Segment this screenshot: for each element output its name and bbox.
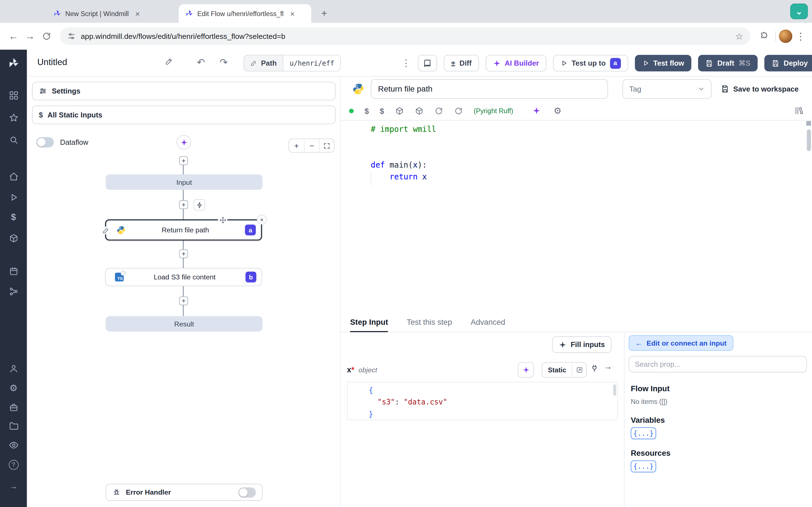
flow-ai-button[interactable] xyxy=(176,135,191,149)
fit-view-button[interactable] xyxy=(319,139,334,152)
fill-inputs-button[interactable]: Fill inputs xyxy=(552,336,612,353)
sidebar-item-flows[interactable] xyxy=(6,284,20,298)
trigger-button[interactable] xyxy=(194,199,205,210)
editor-settings-button[interactable]: ⚙ xyxy=(554,105,562,116)
tab-test-this-step[interactable]: Test this step xyxy=(407,312,452,332)
ai-builder-button[interactable]: AI Builder xyxy=(486,55,546,71)
prop-search-input[interactable] xyxy=(629,356,807,373)
test-up-to-button[interactable]: Test up to a xyxy=(553,55,628,71)
add-variable-button[interactable]: $ xyxy=(364,106,369,115)
undo-button[interactable]: ↶ xyxy=(197,56,205,68)
sidebar-item-runs[interactable] xyxy=(6,190,20,204)
all-static-inputs-button[interactable]: $ All Static Inputs xyxy=(32,106,336,124)
sidebar-item-search[interactable] xyxy=(6,132,20,147)
sidebar-item-schedules[interactable] xyxy=(6,264,20,278)
json-scrollbar[interactable] xyxy=(613,385,616,396)
folder-icon xyxy=(8,421,18,431)
edit-title-button[interactable] xyxy=(165,57,173,66)
library-icon[interactable] xyxy=(795,106,804,115)
forward-button[interactable]: → xyxy=(22,28,38,45)
sidebar-item-home[interactable] xyxy=(6,169,20,184)
path-edit-segment[interactable]: Path xyxy=(244,55,283,71)
search-icon xyxy=(8,135,18,145)
json-arg-editor[interactable]: { "s3": "data.csv"} xyxy=(347,382,618,420)
tab-advanced[interactable]: Advanced xyxy=(470,312,505,332)
sidebar-item-users[interactable] xyxy=(6,361,20,376)
tag-select[interactable]: Tag xyxy=(622,79,712,99)
back-button[interactable]: ← xyxy=(5,28,22,45)
expand-arg-button[interactable]: → xyxy=(604,362,612,372)
reload-button[interactable] xyxy=(38,28,55,45)
tab-close-icon[interactable]: × xyxy=(288,9,297,18)
profile-avatar[interactable] xyxy=(779,30,792,43)
browser-extension-chevron-button[interactable]: ⌄ xyxy=(790,4,808,19)
flow-result-node[interactable]: Result xyxy=(106,316,263,332)
path-control[interactable]: Path u/henri/eff xyxy=(243,55,341,71)
site-settings-icon[interactable] xyxy=(67,32,75,40)
browser-tab-2[interactable]: Edit Flow u/henri/effortless_fl × xyxy=(179,4,311,23)
dataflow-toggle[interactable] xyxy=(36,137,54,148)
step-node-a[interactable]: Return file path a xyxy=(105,219,262,240)
save-to-workspace-button[interactable]: Save to workspace xyxy=(721,85,799,93)
code-editor[interactable]: # import wmilldef main(x): return x xyxy=(341,120,812,313)
sidebar-item-folders[interactable] xyxy=(6,418,20,433)
sidebar-item-apps[interactable] xyxy=(6,88,20,102)
add-resource-button[interactable]: $ xyxy=(380,106,384,115)
sidebar-collapse-button[interactable]: → xyxy=(6,479,20,494)
editor-scrollbar[interactable] xyxy=(807,122,811,311)
flow-settings-button[interactable]: Settings xyxy=(32,82,336,100)
s3-badge-icon xyxy=(121,271,126,276)
refresh-icon[interactable] xyxy=(434,106,443,115)
test-flow-button[interactable]: Test flow xyxy=(635,55,691,71)
reset-icon[interactable] xyxy=(454,106,463,115)
connect-input-button[interactable] xyxy=(591,364,599,372)
deploy-button[interactable]: Deploy xyxy=(764,55,812,71)
sidebar-item-audit-logs[interactable] xyxy=(6,438,20,452)
zoom-in-button[interactable]: + xyxy=(289,139,304,152)
sidebar-item-favorites[interactable] xyxy=(6,110,20,124)
expression-mode-button[interactable] xyxy=(572,363,587,377)
package-icon[interactable] xyxy=(395,106,404,115)
sidebar-item-settings[interactable]: ⚙ xyxy=(6,381,20,395)
add-step-button[interactable]: + xyxy=(179,200,188,209)
sidebar-item-variables[interactable]: $ xyxy=(6,210,20,224)
new-tab-button[interactable]: + xyxy=(317,6,331,20)
add-step-button[interactable]: + xyxy=(179,249,188,258)
sidebar-item-resources[interactable] xyxy=(6,231,20,245)
sidebar-item-help[interactable]: ? xyxy=(6,457,20,472)
error-handler-toggle[interactable] xyxy=(238,487,256,497)
variables-braces-button[interactable]: {...} xyxy=(631,427,656,439)
lint-status[interactable]: (Pyright Ruff) xyxy=(474,107,513,115)
step-node-b[interactable]: TS Load S3 file content b xyxy=(105,268,262,286)
diff-button[interactable]: ± Diff xyxy=(444,55,479,71)
windmill-logo[interactable] xyxy=(6,56,20,70)
add-step-button[interactable]: + xyxy=(179,296,188,305)
browser-tab-1[interactable]: New Script | Windmill × xyxy=(47,4,176,23)
more-options-button[interactable]: ⋮ xyxy=(401,57,411,69)
add-step-button[interactable]: + xyxy=(179,156,188,165)
step-name-input[interactable] xyxy=(371,79,608,99)
bookmark-star-icon[interactable]: ☆ xyxy=(735,31,743,42)
redo-button[interactable]: ↷ xyxy=(220,56,228,68)
flow-title[interactable]: Untitled xyxy=(37,57,67,68)
error-handler-node[interactable]: Error Handler xyxy=(106,484,263,501)
tab-close-icon[interactable]: × xyxy=(133,9,142,18)
sidebar-item-workspace[interactable] xyxy=(6,400,20,414)
edit-or-connect-button[interactable]: ← Edit or connect an input xyxy=(629,335,733,351)
draft-button[interactable]: Draft ⌘S xyxy=(698,55,758,71)
address-bar[interactable]: app.windmill.dev/flows/edit/u/henri/effo… xyxy=(60,27,750,45)
ai-fill-arg-button[interactable] xyxy=(518,362,534,378)
resources-braces-button[interactable]: {...} xyxy=(631,460,656,472)
extensions-button[interactable] xyxy=(756,28,772,45)
edit-step-icon[interactable] xyxy=(102,226,110,234)
zoom-out-button[interactable]: − xyxy=(304,139,319,152)
docs-button[interactable] xyxy=(418,55,437,71)
move-step-handle[interactable] xyxy=(218,215,227,224)
package-lock-icon[interactable] xyxy=(415,106,423,115)
tab-step-input[interactable]: Step Input xyxy=(350,313,388,332)
delete-step-button[interactable]: × xyxy=(257,215,267,224)
ai-assist-icon[interactable] xyxy=(532,107,541,115)
static-mode-button[interactable]: Static xyxy=(542,363,572,377)
browser-menu-button[interactable]: ⋮ xyxy=(792,28,809,45)
flow-input-node[interactable]: Input xyxy=(106,174,263,190)
